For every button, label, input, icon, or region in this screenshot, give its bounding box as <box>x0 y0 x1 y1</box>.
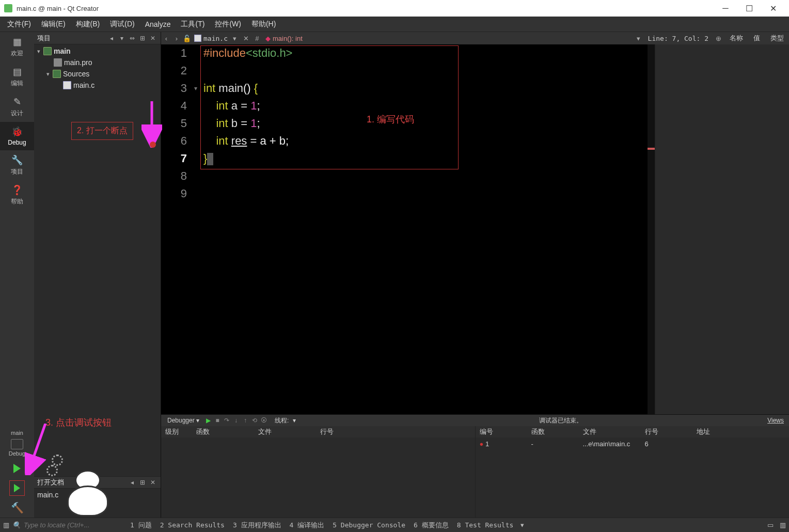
breakpoint-marker[interactable] <box>150 142 156 148</box>
status-tab-test[interactable]: 8 Test Results <box>453 521 518 529</box>
titlebar: main.c @ main - Qt Creator ─ ☐ ✕ <box>0 0 789 17</box>
status-tab-appoutput[interactable]: 3 应用程序输出 <box>229 521 286 530</box>
breakpoints-view: 编号 函数 文件 行号 地址 ● 1 - ...e\main\main.c 6 <box>476 426 790 518</box>
views-button[interactable]: Views <box>764 417 787 424</box>
mode-debug[interactable]: 🐞 Debug <box>0 122 34 150</box>
help-icon: ❓ <box>11 184 23 196</box>
debugger-status: 调试器已结束。 <box>539 416 582 425</box>
pencil-icon: ✎ <box>11 96 23 107</box>
mode-project[interactable]: 🔧 项目 <box>0 150 34 180</box>
menubar: 文件(F) 编辑(E) 构建(B) 调试(D) Analyze 工具(T) 控件… <box>0 17 789 32</box>
mode-edit[interactable]: ▤ 编辑 <box>0 62 34 92</box>
menu-debug[interactable]: 调试(D) <box>105 18 139 31</box>
mode-welcome[interactable]: ▦ 欢迎 <box>0 32 34 62</box>
stack-view: 级别 函数 文件 行号 <box>161 426 476 518</box>
menu-edit[interactable]: 编辑(E) <box>36 18 71 31</box>
maximize-button[interactable]: ☐ <box>737 0 761 17</box>
tree-root[interactable]: ▾ main <box>34 45 161 57</box>
annotation-arrow-breakpoint <box>141 101 162 148</box>
thread-label: 线程: <box>275 416 289 425</box>
symbol-selector[interactable]: ◆ main(): int <box>262 35 306 42</box>
dbg-break-icon[interactable]: ⦿ <box>259 417 269 424</box>
menu-analyze[interactable]: Analyze <box>140 18 176 30</box>
menu-file[interactable]: 文件(F) <box>2 18 36 31</box>
app-icon <box>4 4 12 12</box>
locator-input[interactable]: 🔍 Type to locate (Ctrl+... <box>12 521 116 529</box>
nav-fwd-button[interactable]: › <box>171 35 182 42</box>
status-tab-issues[interactable]: 1 问题 <box>126 521 156 530</box>
dbg-restart-icon[interactable]: ⟲ <box>250 417 259 424</box>
hammer-icon: 🔨 <box>11 502 24 514</box>
editor-toolbar: ‹ › 🔓 main.c ▾ ✕ # ◆ main(): int ▾ Line:… <box>161 32 789 44</box>
tree-sources[interactable]: ▾ Sources <box>34 68 161 80</box>
debugger-selector[interactable]: Debugger ▾ <box>163 417 203 424</box>
window-title: main.c @ main - Qt Creator <box>17 5 714 12</box>
menu-tools[interactable]: 工具(T) <box>176 18 210 31</box>
status-tab-dbgconsole[interactable]: 5 Debugger Console <box>328 521 409 529</box>
lock-icon[interactable]: 🔓 <box>182 35 192 42</box>
dbg-stepin-icon[interactable]: ↓ <box>231 417 241 424</box>
close-file-button[interactable]: ✕ <box>240 35 252 42</box>
mode-help[interactable]: ❓ 帮助 <box>0 180 34 210</box>
sidebar-dropdown-icon[interactable]: ◂ <box>107 34 116 43</box>
tree-pro[interactable]: main.pro <box>34 57 161 68</box>
add-watch-button[interactable]: ⊕ <box>713 35 724 42</box>
opendocs-split-icon[interactable]: ⊞ <box>138 478 147 487</box>
breakpoint-row[interactable]: ● 1 - ...e\main\main.c 6 <box>476 437 790 450</box>
close-sidebar-icon[interactable]: ✕ <box>148 34 157 43</box>
line-col-indicator[interactable]: Line: 7, Col: 2 <box>644 35 713 42</box>
status-tab-search[interactable]: 2 Search Results <box>156 521 229 529</box>
rp-col-type: 类型 <box>765 34 789 43</box>
fold-icon[interactable]: ▾ <box>194 85 197 92</box>
status-tab-general[interactable]: 6 概要信息 <box>409 521 453 530</box>
minimize-button[interactable]: ─ <box>714 0 737 17</box>
monitor-icon <box>11 439 23 449</box>
edit-icon: ▤ <box>11 66 23 77</box>
build-button[interactable]: 🔨 <box>9 500 25 515</box>
thread-selector[interactable]: ▾ <box>289 417 351 424</box>
dbg-stepout-icon[interactable]: ↑ <box>241 417 250 424</box>
run-button[interactable] <box>9 461 25 476</box>
watch-panel <box>655 44 789 414</box>
tree-file-mainc[interactable]: main.c <box>34 80 161 91</box>
filter-icon[interactable]: ▾ <box>117 34 127 43</box>
nav-back-button[interactable]: ‹ <box>161 35 171 42</box>
code-editor[interactable]: 123 456 789 ▾ 1. 编写代码 #include<stdio.h>i… <box>161 44 655 414</box>
debug-run-button[interactable] <box>9 480 25 496</box>
link-icon[interactable]: ⇔ <box>128 34 137 43</box>
grid-icon: ▦ <box>11 36 23 48</box>
annotation-click-debug: 3. 点击调试按钮 <box>45 416 112 429</box>
wrench-icon: 🔧 <box>11 154 23 166</box>
rp-col-val: 值 <box>748 34 765 43</box>
status-tab-compile[interactable]: 4 编译输出 <box>286 521 329 530</box>
sidebar-toggle-icon[interactable]: ▥ <box>0 521 12 529</box>
line-gutter[interactable]: 123 456 789 <box>161 44 193 414</box>
dbg-stepover-icon[interactable]: ↷ <box>222 417 231 424</box>
opendocs-close-icon[interactable]: ✕ <box>148 478 157 487</box>
rightpanel-toggle-icon[interactable]: ▥ <box>777 521 789 529</box>
close-button[interactable]: ✕ <box>761 0 785 17</box>
bug-icon: 🐞 <box>11 126 23 137</box>
file-selector[interactable]: main.c <box>192 35 230 42</box>
annotation-breakpoint: 2. 打一个断点 <box>71 122 133 140</box>
add-split-icon[interactable]: ⊞ <box>138 34 147 43</box>
dbg-continue-icon[interactable]: ▶ <box>203 417 213 424</box>
c-file-icon <box>194 35 201 42</box>
annotation-write-code: 1. 编写代码 <box>367 111 414 128</box>
marker-icon[interactable]: # <box>252 35 262 42</box>
mode-design[interactable]: ✎ 设计 <box>0 92 34 122</box>
debugger-panel: Debugger ▾ ▶ ■ ↷ ↓ ↑ ⟲ ⦿ 线程: ▾ 调试器已结束。 V… <box>161 414 789 518</box>
annotation-code-box <box>200 45 459 169</box>
statusbar: ▥ 🔍 Type to locate (Ctrl+... 1 问题 2 Sear… <box>0 518 789 532</box>
search-icon: 🔍 <box>12 521 21 529</box>
cartoon-image <box>46 455 129 517</box>
menu-widgets[interactable]: 控件(W) <box>210 18 246 31</box>
menu-build[interactable]: 构建(B) <box>71 18 105 31</box>
progress-icon[interactable]: ▭ <box>764 521 777 529</box>
sidebar-title: 项目 <box>37 34 106 43</box>
rp-col-name: 名称 <box>724 34 748 43</box>
dbg-stop-icon[interactable]: ■ <box>213 417 222 424</box>
minimap[interactable] <box>648 44 655 414</box>
menu-help[interactable]: 帮助(H) <box>246 18 281 31</box>
